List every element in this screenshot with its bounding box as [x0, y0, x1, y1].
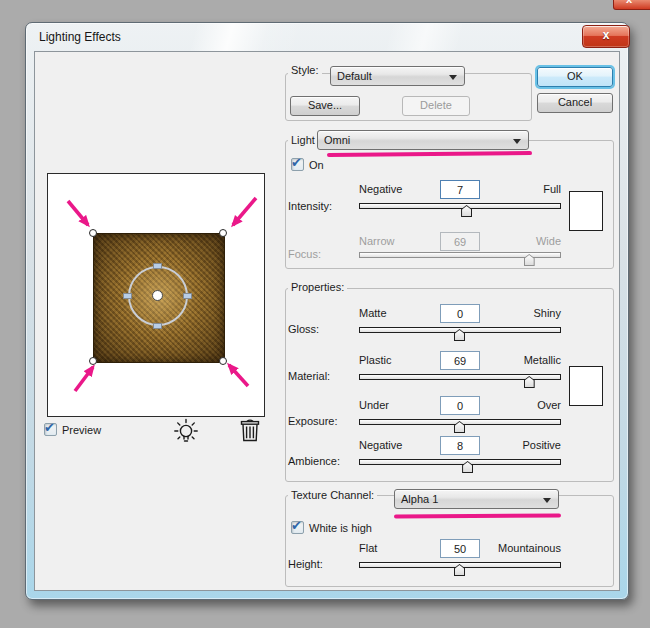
preview-checkbox[interactable]: ✔	[44, 423, 57, 436]
properties-label: Properties:	[288, 281, 347, 293]
light-bulb-icon[interactable]	[172, 416, 200, 446]
exposure-slider[interactable]	[359, 419, 561, 435]
height-value-input[interactable]	[440, 539, 480, 558]
intensity-slider[interactable]	[359, 203, 561, 219]
light-handle-top[interactable]	[153, 263, 162, 269]
trash-icon[interactable]	[239, 418, 261, 442]
light-handle-left[interactable]	[123, 293, 132, 299]
arrow-top-left	[68, 201, 88, 225]
material-label: Material:	[288, 370, 330, 382]
arrow-top-right	[233, 198, 256, 225]
height-min-label: Flat	[359, 542, 377, 554]
save-button[interactable]: Save...	[290, 96, 360, 116]
check-icon: ✔	[291, 518, 302, 533]
exposure-min-label: Under	[359, 399, 389, 411]
light-center-handle[interactable]	[152, 290, 163, 301]
chevron-down-icon	[513, 139, 521, 144]
dialog-content: ✔ Preview Style: Default Save...	[34, 51, 620, 591]
check-icon: ✔	[291, 155, 302, 170]
texture-corner-handle-tl[interactable]	[89, 229, 97, 237]
focus-max-label: Wide	[536, 235, 561, 247]
ambience-value-input[interactable]	[440, 436, 480, 455]
focus-value-input	[440, 232, 480, 251]
dialog-title: Lighting Effects	[39, 30, 121, 44]
desktop-background: { "window": { "title": "Lighting Effects…	[0, 0, 650, 628]
light-handle-bottom[interactable]	[153, 323, 162, 329]
close-button[interactable]: x	[582, 25, 630, 48]
ambience-label: Ambience:	[288, 455, 340, 467]
material-value-input[interactable]	[440, 351, 480, 370]
on-checkbox-label: On	[309, 159, 324, 171]
style-dropdown-value: Default	[337, 70, 372, 82]
gloss-label: Gloss:	[288, 323, 319, 335]
light-type-dropdown[interactable]: Omni	[317, 130, 529, 150]
height-label: Height:	[288, 558, 323, 570]
texture-corner-handle-bl[interactable]	[89, 357, 97, 365]
white-is-high-label: White is high	[309, 522, 372, 534]
slider-track[interactable]	[359, 459, 561, 465]
exposure-value-input[interactable]	[440, 396, 480, 415]
light-color-swatch[interactable]	[569, 191, 603, 231]
material-color-swatch[interactable]	[569, 366, 603, 406]
close-icon: x	[626, 0, 632, 5]
exposure-label: Exposure:	[288, 415, 338, 427]
intensity-min-label: Negative	[359, 183, 402, 195]
ambience-slider[interactable]	[359, 459, 561, 475]
ambience-max-label: Positive	[522, 439, 561, 451]
close-icon: x	[603, 28, 610, 42]
gloss-value-input[interactable]	[440, 304, 480, 323]
material-slider[interactable]	[359, 374, 561, 390]
light-handle-right[interactable]	[183, 293, 192, 299]
texture-corner-handle-tr[interactable]	[219, 229, 227, 237]
texture-channel-dropdown-value: Alpha 1	[401, 493, 438, 505]
slider-track[interactable]	[359, 203, 561, 209]
chevron-down-icon	[543, 498, 551, 503]
ok-button[interactable]: OK	[537, 67, 613, 87]
check-icon: ✔	[44, 420, 55, 435]
gloss-min-label: Matte	[359, 307, 387, 319]
focus-slider	[359, 252, 561, 268]
gloss-max-label: Shiny	[533, 307, 561, 319]
cancel-button[interactable]: Cancel	[537, 93, 613, 113]
light-type-dropdown-value: Omni	[324, 134, 350, 146]
arrow-bottom-right	[229, 365, 248, 386]
texture-channel-label: Texture Channel:	[288, 489, 377, 501]
focus-min-label: Narrow	[359, 235, 394, 247]
intensity-label: Intensity:	[288, 200, 332, 212]
focus-label: Focus:	[288, 248, 321, 260]
texture-channel-dropdown[interactable]: Alpha 1	[394, 489, 559, 509]
height-slider[interactable]	[359, 562, 561, 578]
height-max-label: Mountainous	[498, 542, 561, 554]
material-max-label: Metallic	[524, 354, 561, 366]
delete-button[interactable]: Delete	[402, 96, 470, 116]
ambience-min-label: Negative	[359, 439, 402, 451]
style-dropdown[interactable]: Default	[330, 66, 465, 86]
lighting-effects-dialog: Lighting Effects x	[25, 22, 629, 600]
gloss-slider[interactable]	[359, 327, 561, 343]
chevron-down-icon	[449, 75, 457, 80]
style-label: Style:	[288, 64, 322, 76]
arrow-bottom-left	[75, 367, 93, 391]
material-min-label: Plastic	[359, 354, 391, 366]
preview-canvas[interactable]	[47, 173, 265, 417]
on-checkbox[interactable]: ✔	[291, 158, 304, 171]
background-window-close-button[interactable]: x	[613, 0, 650, 10]
texture-corner-handle-br[interactable]	[219, 357, 227, 365]
exposure-max-label: Over	[537, 399, 561, 411]
intensity-max-label: Full	[543, 183, 561, 195]
preview-checkbox-label: Preview	[62, 424, 101, 436]
intensity-value-input[interactable]	[440, 180, 480, 199]
white-is-high-checkbox[interactable]: ✔	[291, 521, 304, 534]
